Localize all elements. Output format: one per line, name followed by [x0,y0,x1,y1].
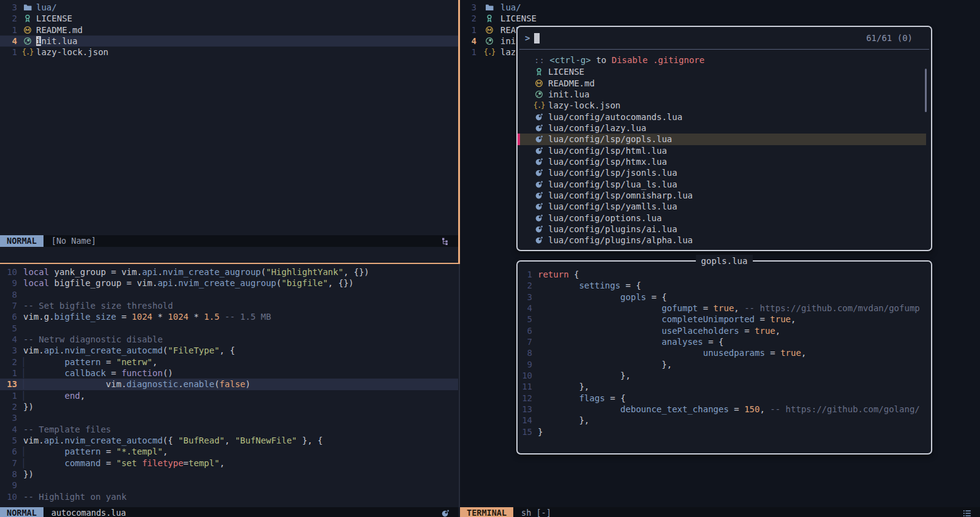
selection-indicator [518,134,520,145]
markdown-icon [484,26,495,34]
explorer-file-row[interactable]: 3lua/ [460,2,980,13]
line-number: 14 [518,415,532,426]
file-name: LICENSE [548,66,584,77]
line-number: 9 [0,480,17,491]
lua-icon [533,214,545,222]
line-number: 8 [0,469,17,480]
statusline-code: NORMAL autocomands.lua [0,507,458,517]
lua-icon [533,168,545,177]
picker-row[interactable]: lua/config/plugins/alpha.lua [518,235,931,246]
file-name: lazy-lock.json [548,100,620,111]
line-number: 2 [460,13,477,24]
picker-row-selected[interactable]: lua/config/lsp/gopls.lua [518,134,926,145]
code-line: 9local bigfile_group = vim.api.nvim_crea… [0,277,458,289]
nvim-screen: 3lua/2LICENSE1README.md4init.lua1{.}lazy… [0,0,980,517]
code-line: 5 [0,323,458,334]
lua-icon [440,509,451,517]
line-number: 6 [0,446,17,457]
code-line: 6vim.g.bigfile_size = 1024 * 1024 * 1.5 … [0,311,458,322]
picker-row[interactable]: lua/config/lsp/omnisharp.lua [518,190,931,201]
line-number: 1 [0,47,17,58]
license-icon [22,14,33,23]
file-name: lua/ [36,2,57,13]
license-icon [484,14,495,23]
explorer-file-row[interactable]: 2LICENSE [460,13,980,24]
line-number: 1 [518,269,532,280]
folder-icon [22,3,33,12]
explorer-file-row[interactable]: 2LICENSE [0,13,458,24]
code-line: 8 [0,289,458,300]
code-line: 1return { [518,269,931,280]
window-separator-vertical [458,0,460,264]
file-name: lua/ [500,2,521,13]
file-name: init.lua [36,36,77,47]
picker-row[interactable]: {.}lazy-lock.json [518,100,931,111]
line-number: 1 [0,390,17,401]
json-icon: {.} [484,48,495,56]
code-line: 6 usePlaceholders = true, [518,325,931,336]
line-number: 1 [0,25,17,36]
line-number: 11 [518,381,532,392]
line-number: 9 [0,277,17,289]
picker-row[interactable]: lua/config/options.lua [518,213,931,224]
lua-icon [533,225,545,233]
file-name: lua/config/options.lua [548,213,662,224]
line-number: 1 [460,47,477,58]
file-name: lua/config/lsp/yamlls.lua [548,201,677,212]
line-number: 2 [518,280,532,291]
picker-row[interactable]: lua/config/lsp/html.lua [518,145,931,156]
window-separator-horizontal [0,263,460,264]
lua-icon [533,113,545,121]
code-line: 3 gopls = { [518,292,931,303]
code-line: 15} [518,426,931,437]
explorer-file-row[interactable]: 4init.lua [0,36,458,47]
picker-row[interactable]: lua/config/lsp/lua_ls.lua [518,179,931,190]
line-number: 8 [0,289,17,300]
line-number: 6 [0,311,17,322]
lua-icon [533,180,545,189]
code-line: 1▏ end, [0,390,458,401]
statusline-shell: sh [-] [521,507,551,517]
picker-row[interactable]: lua/config/lazy.lua [518,123,931,134]
file-name: lua/config/lazy.lua [548,123,646,134]
lua-icon [533,146,545,155]
lua-icon [533,135,545,143]
block-cursor: i [36,36,41,46]
file-name: lua/config/plugins/ai.lua [548,224,677,235]
line-number: 10 [518,370,532,381]
prompt-divider [519,49,929,50]
picker-row[interactable]: init.lua [518,89,931,100]
code-line: 2 settings = { [518,280,931,291]
line-number: 13 [0,379,17,390]
picker-keybind-header: :: <ctrl-g> to Disable .gitignore [518,55,931,66]
line-number: 3 [0,412,17,423]
explorer-file-row[interactable]: 1{.}lazy-lock.json [0,47,458,58]
code-line: 10 }, [518,370,931,381]
statusline-explorer: NORMAL [No Name] [0,235,458,247]
line-number: 2 [0,13,17,24]
explorer-file-row[interactable]: 1README.md [0,25,458,36]
explorer-file-row[interactable]: 3lua/ [0,2,458,13]
markdown-icon [22,26,33,34]
picker-prompt[interactable]: > 61/61 (0) [518,27,931,49]
code-line: 6▏ pattern = "*.templ", [0,446,458,457]
file-name: lua/config/autocomands.lua [548,111,682,123]
picker-row[interactable]: lua/config/lsp/yamlls.lua [518,201,931,212]
line-number: 2 [0,357,17,368]
picker-row[interactable]: README.md [518,78,931,89]
picker-row[interactable]: lua/config/lsp/htmx.lua [518,156,931,167]
file-name: lua/config/lsp/html.lua [548,145,667,156]
picker-row[interactable]: lua/config/lsp/jsonls.lua [518,167,931,178]
picker-row[interactable]: lua/config/autocomands.lua [518,111,931,123]
line-number: 7 [0,458,17,469]
code-line: 8}) [0,469,458,480]
line-number: 4 [460,36,477,47]
lua-icon [533,191,545,200]
picker-row[interactable]: lua/config/plugins/ai.lua [518,224,931,235]
preview-window: gopls.lua 1return {2 settings = {3 gopls… [516,260,932,455]
picker-row[interactable]: LICENSE [518,66,931,77]
code-line: 10local yank_group = vim.api.nvim_create… [0,266,458,277]
line-number: 4 [518,303,532,314]
picker-scrollbar[interactable] [925,69,927,112]
code-line: 5 completeUnimported = true, [518,314,931,325]
